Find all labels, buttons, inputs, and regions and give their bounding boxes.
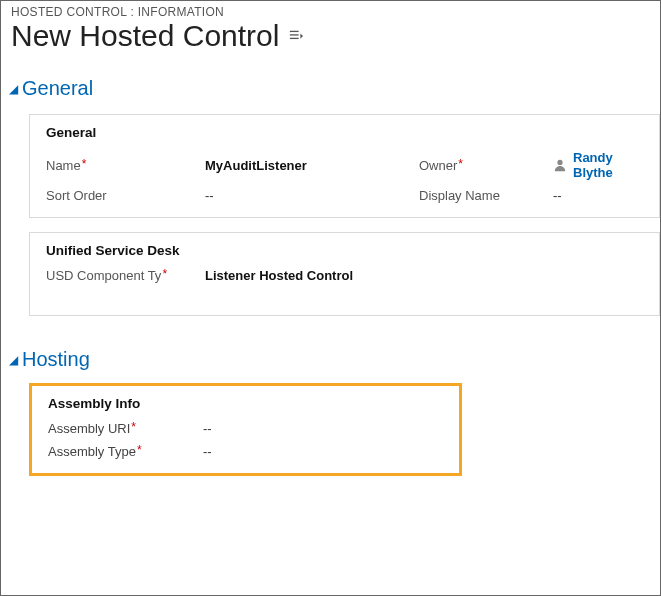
section-label-hosting: Hosting xyxy=(22,348,90,371)
panel-title-general: General xyxy=(46,125,643,140)
svg-point-3 xyxy=(557,160,562,165)
value-display-name[interactable]: -- xyxy=(553,188,643,203)
value-name[interactable]: MyAuditListener xyxy=(205,158,415,173)
breadcrumb: HOSTED CONTROL : INFORMATION xyxy=(1,1,660,19)
value-sort-order[interactable]: -- xyxy=(205,188,415,203)
value-usd-type[interactable]: Listener Hosted Control xyxy=(205,268,643,283)
section-label-general: General xyxy=(22,77,93,100)
form-grid-assembly: Assembly URI* -- Assembly Type* -- xyxy=(48,421,443,459)
section-header-general[interactable]: ◢ General xyxy=(1,59,660,106)
caret-down-icon: ◢ xyxy=(9,82,18,96)
section-header-hosting[interactable]: ◢ Hosting xyxy=(1,330,660,377)
panel-title-assembly: Assembly Info xyxy=(48,396,443,411)
svg-rect-1 xyxy=(290,34,299,35)
page-title: New Hosted Control xyxy=(11,19,279,53)
label-assembly-uri: Assembly URI* xyxy=(48,421,203,436)
title-menu-icon[interactable] xyxy=(289,29,303,43)
form-grid-general: Name* MyAuditListener Owner* Randy Blyth… xyxy=(46,150,643,203)
label-sort-order: Sort Order xyxy=(46,188,201,203)
panel-general: General Name* MyAuditListener Owner* Ran… xyxy=(29,114,660,218)
required-star-icon: * xyxy=(162,267,167,281)
required-star-icon: * xyxy=(131,420,136,434)
value-assembly-uri[interactable]: -- xyxy=(203,421,443,436)
required-star-icon: * xyxy=(458,157,463,171)
person-icon xyxy=(553,158,567,172)
form-grid-usd: USD Component Ty* Listener Hosted Contro… xyxy=(46,268,643,283)
value-owner[interactable]: Randy Blythe xyxy=(553,150,643,180)
label-assembly-type: Assembly Type* xyxy=(48,444,203,459)
svg-rect-2 xyxy=(290,38,299,39)
label-name: Name* xyxy=(46,158,201,173)
svg-rect-0 xyxy=(290,31,299,32)
panel-assembly-info: Assembly Info Assembly URI* -- Assembly … xyxy=(29,383,462,476)
panel-usd: Unified Service Desk USD Component Ty* L… xyxy=(29,232,660,316)
required-star-icon: * xyxy=(82,157,87,171)
value-assembly-type[interactable]: -- xyxy=(203,444,443,459)
panel-title-usd: Unified Service Desk xyxy=(46,243,643,258)
label-display-name: Display Name xyxy=(419,188,549,203)
required-star-icon: * xyxy=(137,443,142,457)
owner-link[interactable]: Randy Blythe xyxy=(573,150,643,180)
label-usd-type: USD Component Ty* xyxy=(46,268,201,283)
caret-down-icon: ◢ xyxy=(9,353,18,367)
title-row: New Hosted Control xyxy=(1,19,660,59)
label-owner: Owner* xyxy=(419,158,549,173)
